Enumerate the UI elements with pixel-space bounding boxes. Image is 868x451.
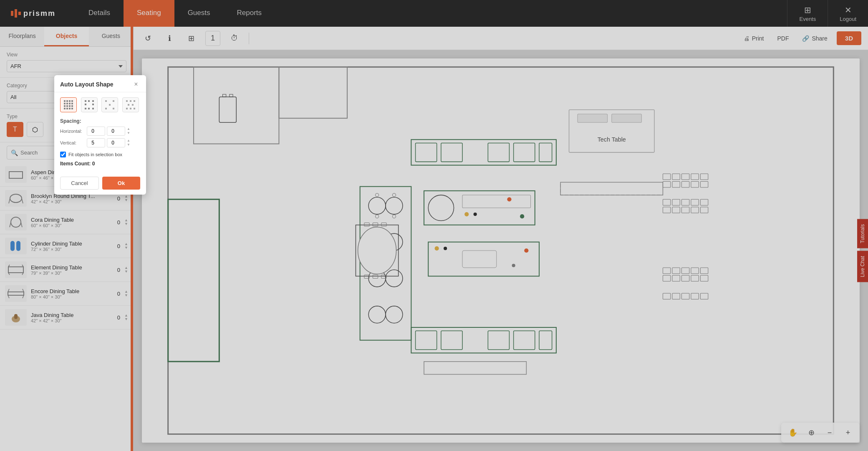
modal-overlay[interactable]: Auto Layout Shape × <box>0 0 868 451</box>
h-arrow-down[interactable]: ▼ <box>127 131 130 135</box>
svg-rect-137 <box>71 108 73 109</box>
svg-rect-127 <box>66 103 68 104</box>
spacing-label: Spacing: <box>60 118 140 124</box>
svg-rect-150 <box>113 108 114 109</box>
svg-rect-146 <box>105 100 107 102</box>
v-arrow-up[interactable]: ▲ <box>127 139 130 143</box>
modal-body: Spacing: Horizontal: ▲ ▼ Vertical: ▲ <box>54 92 146 177</box>
svg-rect-129 <box>71 103 73 104</box>
horizontal-spacing-row: Horizontal: ▲ ▼ <box>60 127 140 136</box>
svg-rect-156 <box>126 108 128 109</box>
horizontal-label: Horizontal: <box>60 129 85 134</box>
horizontal-input-2[interactable] <box>107 127 125 136</box>
svg-rect-130 <box>64 105 66 107</box>
svg-rect-157 <box>130 108 131 109</box>
svg-rect-128 <box>69 103 71 104</box>
horizontal-input-1[interactable] <box>87 127 105 136</box>
modal-header: Auto Layout Shape × <box>54 75 146 92</box>
svg-rect-123 <box>66 100 68 102</box>
svg-rect-135 <box>66 108 68 109</box>
svg-rect-149 <box>105 108 107 109</box>
pattern-diagonal-button[interactable] <box>122 97 139 112</box>
pattern-dense-button[interactable] <box>60 97 77 112</box>
svg-rect-122 <box>64 100 66 102</box>
v-arrow-down[interactable]: ▼ <box>127 143 130 147</box>
svg-rect-154 <box>128 104 129 106</box>
svg-rect-152 <box>130 100 131 102</box>
svg-rect-145 <box>92 108 94 109</box>
svg-rect-133 <box>71 105 73 107</box>
svg-rect-144 <box>88 108 90 109</box>
modal-close-button[interactable]: × <box>132 80 140 89</box>
close-icon: × <box>134 81 138 88</box>
svg-rect-124 <box>69 100 71 102</box>
auto-layout-modal: Auto Layout Shape × <box>54 75 146 195</box>
svg-rect-132 <box>69 105 71 107</box>
svg-rect-140 <box>92 100 94 102</box>
svg-rect-153 <box>134 100 135 102</box>
fit-row: Fit objects in selection box <box>60 152 140 157</box>
fit-label: Fit objects in selection box <box>68 152 122 157</box>
svg-rect-141 <box>85 104 86 105</box>
svg-rect-131 <box>66 105 68 107</box>
pattern-medium-button[interactable] <box>81 97 98 112</box>
modal-footer: Cancel Ok <box>54 177 146 195</box>
svg-rect-134 <box>64 108 66 109</box>
svg-rect-138 <box>85 100 86 102</box>
items-count: Items Count: 0 <box>60 161 140 167</box>
svg-rect-143 <box>85 108 86 109</box>
pattern-sparse-button[interactable] <box>101 97 118 112</box>
fit-checkbox[interactable] <box>60 152 66 157</box>
spacing-section: Spacing: Horizontal: ▲ ▼ Vertical: ▲ <box>60 118 140 147</box>
svg-rect-151 <box>126 100 128 102</box>
vertical-arrows: ▲ ▼ <box>127 139 130 147</box>
svg-rect-155 <box>132 104 134 106</box>
cancel-button[interactable]: Cancel <box>60 177 99 190</box>
horizontal-arrows: ▲ ▼ <box>127 127 130 135</box>
svg-rect-158 <box>134 108 135 109</box>
vertical-input-1[interactable] <box>87 138 105 147</box>
svg-rect-147 <box>113 100 114 102</box>
vertical-input-2[interactable] <box>107 138 125 147</box>
vertical-label: Vertical: <box>60 140 85 145</box>
ok-button[interactable]: Ok <box>102 177 140 190</box>
svg-rect-148 <box>109 104 111 106</box>
svg-rect-136 <box>69 108 71 109</box>
vertical-spacing-row: Vertical: ▲ ▼ <box>60 138 140 147</box>
svg-rect-139 <box>88 100 90 102</box>
svg-rect-142 <box>92 104 94 105</box>
pattern-grid <box>60 97 140 112</box>
h-arrow-up[interactable]: ▲ <box>127 127 130 131</box>
svg-rect-125 <box>71 100 73 102</box>
svg-rect-126 <box>64 103 66 104</box>
modal-title: Auto Layout Shape <box>60 81 114 88</box>
